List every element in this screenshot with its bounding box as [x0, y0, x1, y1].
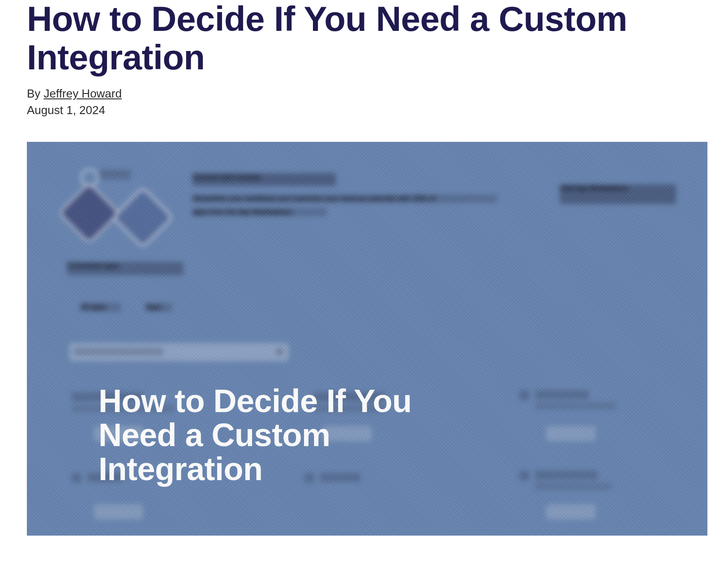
bg-heading: Connect and conquer: [193, 173, 336, 186]
byline-prefix: By: [27, 87, 44, 100]
bg-cta-button: Visit App Marketplace: [560, 184, 676, 204]
author-link[interactable]: Jeffrey Howard: [44, 87, 122, 100]
bg-tab-1: All apps: [81, 303, 121, 312]
bg-tab-2: Apps: [146, 303, 172, 312]
bg-subtext-2: apps from the App Marketplace.: [193, 208, 327, 216]
article-title: How to Decide If You Need a Custom Integ…: [27, 0, 701, 77]
article-date: August 1, 2024: [27, 103, 701, 117]
bg-subtext-1: Streamline your workflows and maximize y…: [193, 195, 497, 203]
bg-search: [69, 343, 289, 361]
bg-section-heading: Connected apps: [67, 262, 184, 275]
hero-overlay-title: How to Decide If You Need a Custom Integ…: [98, 384, 457, 486]
article-byline: By Jeffrey Howard: [27, 87, 701, 101]
hero-image: Connect and conquer Streamline your work…: [27, 142, 707, 536]
